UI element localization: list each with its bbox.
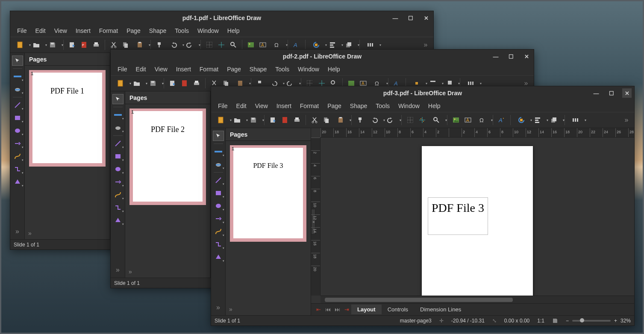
menu-tools[interactable]: Tools xyxy=(371,101,394,111)
fill-color-icon[interactable] xyxy=(12,84,23,94)
rect-tool-icon[interactable] xyxy=(12,113,23,123)
menu-format[interactable]: Format xyxy=(296,101,323,111)
menu-help[interactable]: Help xyxy=(223,26,244,36)
tab-dimension[interactable]: Dimension Lines xyxy=(414,305,467,314)
menu-page[interactable]: Page xyxy=(122,26,145,36)
menu-shape[interactable]: Shape xyxy=(245,64,271,74)
expand-more-icon[interactable]: » xyxy=(213,302,224,313)
textbox-content[interactable]: PDF File 3 xyxy=(428,197,488,235)
line-tool-icon[interactable] xyxy=(112,138,124,149)
ruler-vertical[interactable]: 2468101214161820 xyxy=(311,138,321,296)
redo-button[interactable] xyxy=(182,40,197,50)
ellipse-tool-icon[interactable] xyxy=(112,164,124,174)
fontwork-button[interactable]: A xyxy=(497,115,507,125)
prev-page-icon[interactable]: ⏮ xyxy=(323,306,332,313)
image-button[interactable] xyxy=(451,115,461,125)
transform-button[interactable] xyxy=(514,115,529,125)
rect-tool-icon[interactable] xyxy=(213,188,224,198)
zoom-in-icon[interactable]: + xyxy=(614,318,617,324)
minimize-button[interactable]: — xyxy=(591,88,601,98)
shapes-tool-icon[interactable] xyxy=(213,252,224,262)
textbox-button[interactable]: A xyxy=(258,40,268,50)
next-page-icon[interactable]: ⏭ xyxy=(332,306,342,313)
zoom-button[interactable] xyxy=(429,115,444,125)
menu-format[interactable]: Format xyxy=(195,64,223,74)
tab-layout[interactable]: Layout xyxy=(351,305,382,314)
zoom-value[interactable]: 32% xyxy=(620,318,631,324)
page-thumbnail[interactable]: 1 PDF File 1 xyxy=(29,70,106,167)
panel-expand-icon[interactable]: » xyxy=(229,306,232,313)
export-button[interactable] xyxy=(268,115,278,125)
page-thumbnail[interactable]: 1 PDF File 2 xyxy=(129,108,206,205)
line-tool-icon[interactable] xyxy=(213,175,224,185)
grid-button[interactable] xyxy=(405,115,415,125)
open-button[interactable] xyxy=(129,78,144,88)
save-button[interactable] xyxy=(45,40,60,50)
titlebar[interactable]: pdf-2.pdf - LibreOffice Draw — ☐ ✕ xyxy=(111,50,534,63)
menu-window[interactable]: Window xyxy=(294,64,323,74)
save-button[interactable] xyxy=(146,78,160,88)
panel-expand-icon[interactable]: » xyxy=(28,230,32,237)
minimize-button[interactable]: — xyxy=(391,13,400,23)
export-button[interactable] xyxy=(67,40,77,50)
scrollbar-horizontal[interactable] xyxy=(321,296,634,303)
arrow-tool-icon[interactable] xyxy=(12,138,23,149)
undo-button[interactable] xyxy=(166,40,181,50)
special-char-button[interactable]: Ω xyxy=(270,40,284,50)
copy-button[interactable] xyxy=(321,115,332,125)
drawing-canvas[interactable]: PDF File 3 xyxy=(321,138,634,296)
close-button[interactable]: ✕ xyxy=(522,52,531,61)
page-canvas[interactable]: PDF File 3 xyxy=(422,146,533,296)
minimize-button[interactable]: — xyxy=(491,52,500,61)
pointer-tool-icon[interactable] xyxy=(12,56,23,66)
new-doc-button[interactable] xyxy=(13,40,27,50)
arrow-tool-icon[interactable] xyxy=(213,214,224,224)
distribute-button[interactable] xyxy=(363,40,378,50)
menu-tools[interactable]: Tools xyxy=(271,64,294,74)
menu-view[interactable]: View xyxy=(50,26,71,36)
close-button[interactable]: ✕ xyxy=(622,88,632,98)
arrange-button[interactable] xyxy=(547,115,561,125)
menu-window[interactable]: Window xyxy=(193,26,223,36)
line-color-icon[interactable] xyxy=(112,110,124,120)
zoom-slider[interactable] xyxy=(572,320,611,322)
export-pdf-button[interactable]: P xyxy=(79,40,89,50)
menu-view[interactable]: View xyxy=(150,64,172,74)
fill-color-icon[interactable] xyxy=(112,123,124,133)
export-pdf-button[interactable] xyxy=(179,78,190,88)
menu-format[interactable]: Format xyxy=(95,26,122,36)
cut-button[interactable] xyxy=(109,40,119,50)
shapes-tool-icon[interactable] xyxy=(12,177,23,187)
open-button[interactable] xyxy=(29,40,44,50)
menu-file[interactable]: File xyxy=(214,101,232,111)
line-tool-icon[interactable] xyxy=(12,100,23,110)
fill-color-icon[interactable] xyxy=(213,159,224,170)
shapes-tool-icon[interactable] xyxy=(112,215,124,226)
expand-more-icon[interactable]: » xyxy=(112,265,124,275)
maximize-button[interactable]: ☐ xyxy=(607,88,616,98)
arrange-button[interactable] xyxy=(341,40,356,50)
align-button[interactable] xyxy=(325,40,340,50)
menu-tools[interactable]: Tools xyxy=(171,26,193,36)
grid-button[interactable] xyxy=(204,40,215,50)
menu-shape[interactable]: Shape xyxy=(145,26,171,36)
menu-insert[interactable]: Insert xyxy=(172,64,195,74)
ellipse-tool-icon[interactable] xyxy=(213,201,224,211)
menu-insert[interactable]: Insert xyxy=(272,101,296,111)
open-button[interactable] xyxy=(230,115,244,125)
align-button[interactable] xyxy=(530,115,545,125)
menu-edit[interactable]: Edit xyxy=(31,26,50,36)
ellipse-tool-icon[interactable] xyxy=(12,126,23,136)
menu-view[interactable]: View xyxy=(251,101,272,111)
menu-edit[interactable]: Edit xyxy=(132,64,150,74)
line-color-icon[interactable] xyxy=(213,146,224,157)
save-button[interactable] xyxy=(246,115,261,125)
menu-shape[interactable]: Shape xyxy=(346,101,371,111)
page-thumbnail[interactable]: 1 PDF File 3 xyxy=(230,145,306,242)
connector-tool-icon[interactable] xyxy=(112,202,124,213)
cut-button[interactable] xyxy=(309,115,320,125)
snap-guides-button[interactable] xyxy=(417,115,427,125)
menu-file[interactable]: File xyxy=(113,64,132,74)
titlebar[interactable]: pdf-1.pdf - LibreOffice Draw — ☐ ✕ xyxy=(10,11,433,25)
menu-help[interactable]: Help xyxy=(424,101,445,111)
